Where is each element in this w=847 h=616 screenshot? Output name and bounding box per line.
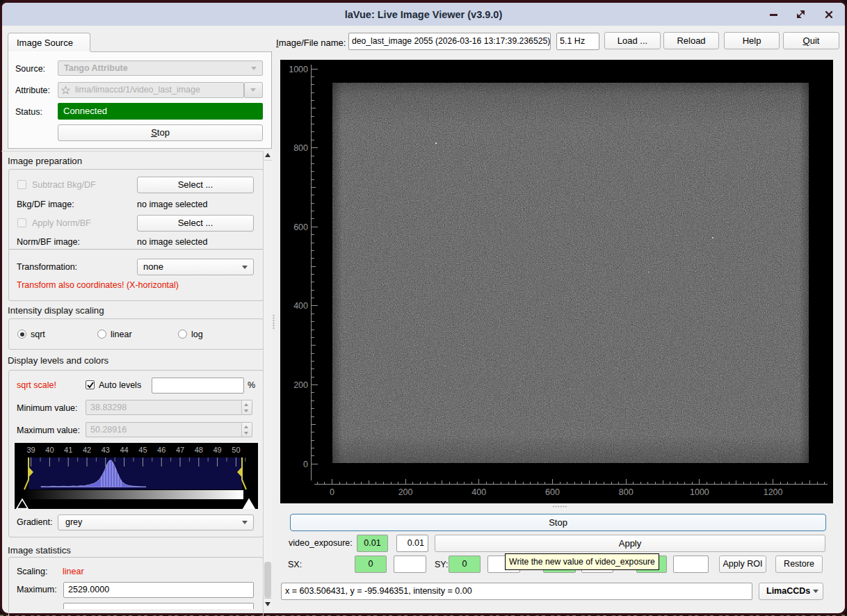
svg-text:41: 41 (64, 446, 72, 454)
svg-text:1000: 1000 (289, 65, 308, 74)
svg-text:400: 400 (471, 487, 486, 497)
svg-text:46: 46 (157, 446, 166, 454)
svg-text:400: 400 (293, 301, 308, 311)
svg-text:800: 800 (619, 487, 634, 497)
svg-text:200: 200 (398, 487, 413, 497)
svg-text:600: 600 (293, 222, 308, 232)
svg-text:48: 48 (195, 446, 203, 454)
svg-text:200: 200 (293, 380, 308, 390)
svg-text:1000: 1000 (690, 487, 709, 497)
svg-text:50: 50 (232, 446, 240, 454)
svg-text:40: 40 (45, 446, 54, 454)
svg-text:600: 600 (545, 487, 560, 497)
svg-text:49: 49 (213, 446, 221, 454)
svg-text:42: 42 (83, 446, 91, 454)
svg-text:0: 0 (330, 487, 334, 497)
svg-text:1200: 1200 (764, 487, 783, 497)
svg-text:47: 47 (176, 446, 184, 454)
svg-text:43: 43 (102, 446, 110, 454)
svg-text:45: 45 (138, 446, 147, 454)
svg-text:44: 44 (120, 446, 128, 454)
svg-text:39: 39 (26, 446, 35, 454)
svg-text:800: 800 (293, 143, 308, 153)
svg-text:0: 0 (303, 460, 308, 469)
